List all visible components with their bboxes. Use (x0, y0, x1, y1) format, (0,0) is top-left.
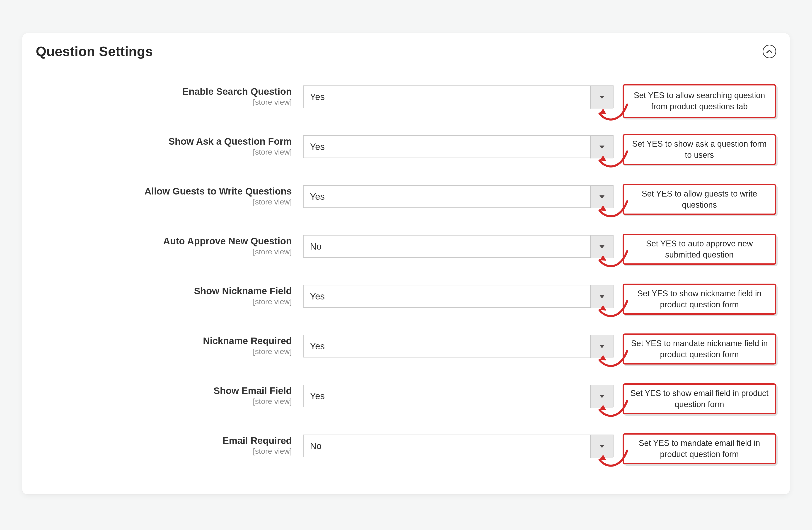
field-label: Show Email Field (36, 385, 292, 397)
annotation-text: Set YES to auto approve new submitted qu… (646, 239, 753, 259)
select-show-email[interactable]: Yes (303, 385, 613, 407)
field-scope: [store view] (36, 147, 292, 156)
select-value: No (310, 441, 321, 451)
annotation-callout: Set YES to allow guests to write questio… (623, 184, 776, 215)
annotation-arrow-icon (593, 244, 629, 272)
field-label-cell: Show Email Field [store view] (36, 383, 294, 406)
setting-row-show-nickname: Show Nickname Field [store view] Yes Set… (36, 284, 776, 333)
annotation-cell: Set YES to allow guests to write questio… (623, 184, 776, 215)
annotation-callout: Set YES to show nickname field in produc… (623, 284, 776, 315)
annotation-arrow-icon (593, 195, 629, 222)
field-label: Show Ask a Question Form (36, 136, 292, 147)
annotation-cell: Set YES to show ask a question form to u… (623, 134, 776, 165)
setting-row-auto-approve: Auto Approve New Question [store view] N… (36, 234, 776, 284)
annotation-cell: Set YES to allow searching question from… (623, 84, 776, 118)
field-label: Nickname Required (36, 335, 292, 347)
svg-marker-0 (599, 109, 606, 114)
setting-row-email-required: Email Required [store view] No Set YES t… (36, 433, 776, 476)
chevron-up-icon (767, 49, 772, 53)
svg-marker-7 (599, 455, 606, 460)
annotation-callout: Set YES to mandate nickname field in pro… (623, 333, 776, 364)
select-value: Yes (310, 341, 325, 352)
annotation-arrow-icon (593, 394, 629, 421)
annotation-arrow-icon (593, 294, 629, 321)
field-label-cell: Show Nickname Field [store view] (36, 284, 294, 306)
question-settings-panel: Question Settings Enable Search Question… (22, 33, 790, 495)
field-scope: [store view] (36, 198, 292, 206)
select-value: Yes (310, 291, 325, 301)
select-value: No (310, 241, 321, 252)
annotation-arrow-icon (593, 344, 629, 371)
annotation-text: Set YES to mandate email field in produc… (639, 439, 760, 459)
select-allow-guests[interactable]: Yes (303, 185, 613, 208)
select-wrap: No (303, 235, 613, 258)
setting-row-nickname-required: Nickname Required [store view] Yes Set Y… (36, 333, 776, 383)
annotation-arrow-icon (593, 98, 629, 125)
select-value: Yes (310, 142, 325, 152)
select-wrap: No (303, 434, 613, 457)
field-label: Enable Search Question (36, 86, 292, 97)
field-label: Allow Guests to Write Questions (36, 186, 292, 197)
select-email-required[interactable]: No (303, 434, 613, 457)
field-label: Email Required (36, 435, 292, 446)
setting-row-allow-guests: Allow Guests to Write Questions [store v… (36, 184, 776, 234)
panel-header: Question Settings (36, 44, 776, 59)
annotation-callout: Set YES to allow searching question from… (623, 84, 776, 118)
annotation-arrow-icon (593, 145, 629, 172)
annotation-callout: Set YES to auto approve new submitted qu… (623, 234, 776, 265)
select-wrap: Yes (303, 135, 613, 158)
annotation-cell: Set YES to show email field in product q… (623, 383, 776, 414)
field-scope: [store view] (36, 397, 292, 406)
annotation-arrow-icon (593, 444, 629, 471)
svg-marker-2 (599, 205, 606, 211)
svg-marker-5 (599, 355, 606, 360)
select-wrap: Yes (303, 85, 613, 108)
svg-marker-6 (599, 405, 606, 410)
panel-title: Question Settings (36, 44, 153, 59)
field-scope: [store view] (36, 297, 292, 306)
setting-row-show-ask-form: Show Ask a Question Form [store view] Ye… (36, 134, 776, 184)
select-wrap: Yes (303, 335, 613, 358)
field-label-cell: Email Required [store view] (36, 433, 294, 456)
field-label-cell: Enable Search Question [store view] (36, 84, 294, 106)
app-canvas: Question Settings Enable Search Question… (0, 0, 812, 530)
setting-row-enable-search-question: Enable Search Question [store view] Yes … (36, 84, 776, 134)
field-label-cell: Allow Guests to Write Questions [store v… (36, 184, 294, 206)
select-show-ask-form[interactable]: Yes (303, 135, 613, 158)
annotation-callout: Set YES to mandate email field in produc… (623, 433, 776, 464)
field-label-cell: Auto Approve New Question [store view] (36, 234, 294, 256)
svg-marker-4 (599, 305, 606, 311)
svg-marker-3 (599, 255, 606, 261)
annotation-cell: Set YES to auto approve new submitted qu… (623, 234, 776, 265)
select-value: Yes (310, 391, 325, 401)
select-wrap: Yes (303, 385, 613, 407)
annotation-callout: Set YES to show ask a question form to u… (623, 134, 776, 165)
setting-row-show-email: Show Email Field [store view] Yes Set YE… (36, 383, 776, 433)
field-label-cell: Show Ask a Question Form [store view] (36, 134, 294, 156)
select-wrap: Yes (303, 285, 613, 307)
annotation-text: Set YES to allow searching question from… (630, 90, 768, 112)
annotation-callout: Set YES to show email field in product q… (623, 383, 776, 414)
select-enable-search-question[interactable]: Yes (303, 85, 613, 108)
annotation-text: Set YES to show email field in product q… (630, 389, 768, 409)
settings-rows: Enable Search Question [store view] Yes … (36, 84, 776, 476)
svg-marker-1 (599, 156, 606, 161)
collapse-button[interactable] (763, 45, 776, 58)
select-wrap: Yes (303, 185, 613, 208)
field-label: Auto Approve New Question (36, 235, 292, 247)
field-label-cell: Nickname Required [store view] (36, 333, 294, 356)
annotation-cell: Set YES to mandate nickname field in pro… (623, 333, 776, 364)
annotation-text: Set YES to mandate nickname field in pro… (631, 339, 768, 359)
annotation-cell: Set YES to mandate email field in produc… (623, 433, 776, 464)
select-value: Yes (310, 191, 325, 202)
select-show-nickname[interactable]: Yes (303, 285, 613, 307)
field-label: Show Nickname Field (36, 285, 292, 297)
annotation-cell: Set YES to show nickname field in produc… (623, 284, 776, 315)
annotation-text: Set YES to show nickname field in produc… (637, 289, 762, 309)
select-nickname-required[interactable]: Yes (303, 335, 613, 358)
field-scope: [store view] (36, 347, 292, 356)
field-scope: [store view] (36, 247, 292, 256)
annotation-text: Set YES to show ask a question form to u… (632, 139, 767, 160)
annotation-text: Set YES to allow guests to write questio… (642, 189, 757, 210)
select-auto-approve[interactable]: No (303, 235, 613, 258)
